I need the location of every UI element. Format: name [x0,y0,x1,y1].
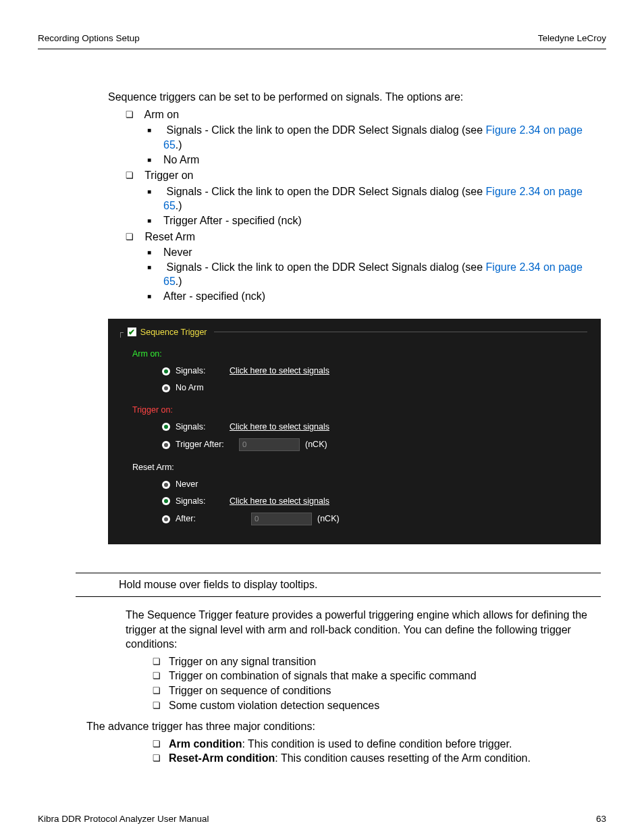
arm-noarm-label: No Arm [176,382,224,394]
arm-on-label: Arm on: [132,348,587,360]
trigger-on-label: Trigger on: [132,405,587,416]
advance-conditions: Arm condition: This condition is used to… [135,737,601,766]
group-line [214,332,587,332]
trg-after-unit: (nCK) [305,439,327,450]
arm-on-title: Arm on [144,109,180,120]
trg-after-radio[interactable] [162,441,170,449]
trg-after-label: Trigger After: [176,439,234,450]
description: The Sequence Trigger feature provides a … [126,608,601,652]
page-header: Recording Options Setup Teledyne LeCroy [38,32,606,49]
rst-signals-label: Signals: [176,496,224,507]
corner-icon: ┌ [117,327,124,338]
reset-arm-title: Reset Arm [144,231,195,242]
advance-intro: The advance trigger has three major cond… [86,719,601,734]
reset-after: After - specified (nck) [163,290,265,302]
rst-signals-pre: Signals - Click the link to open the DDR… [166,261,485,273]
trigger-conditions: Trigger on any signal transition Trigger… [135,654,601,712]
rst-signals-link-ui[interactable]: Click here to select signals [230,496,329,507]
trg-after-input[interactable]: 0 [239,438,300,452]
trg-signals-label: Signals: [176,421,224,433]
header-left: Recording Options Setup [38,32,140,45]
cond-2: Trigger on combination of signals that m… [169,670,477,681]
reset-arm-label: Reset Arm: [132,462,587,473]
options-list: Arm on Signals - Click the link to open … [108,107,601,304]
rst-signals-radio[interactable] [162,497,170,505]
reset-never: Never [163,246,192,258]
page-footer: Kibra DDR Protocol Analyzer User Manual … [38,813,606,825]
rst-after-radio[interactable] [162,515,170,523]
arm-cond-label: Arm condition [169,738,242,750]
rst-after-label: After: [176,513,224,525]
tooltip-hint: Hold mouse over fields to display toolti… [76,573,601,597]
arm-signals-link-ui[interactable]: Click here to select signals [230,365,329,377]
arm-signals-post: .) [176,139,182,151]
arm-signals-pre: Signals - Click the link to open the DDR… [166,124,485,136]
rst-never-label: Never [176,479,224,490]
rst-after-unit: (nCK) [317,513,340,525]
arm-noarm: No Arm [163,154,199,165]
trigger-on-title: Trigger on [144,170,193,181]
cond-4: Some custom violation detection sequence… [169,700,379,711]
trg-signals-link-ui[interactable]: Click here to select signals [230,421,329,433]
arm-noarm-radio[interactable] [162,384,170,392]
trg-signals-pre: Signals - Click the link to open the DDR… [166,186,485,197]
sequence-trigger-checkbox[interactable]: ✔ [128,328,136,336]
cond-3: Trigger on sequence of conditions [169,685,331,696]
arm-signals-label: Signals: [176,365,224,377]
rst-after-input[interactable]: 0 [251,513,312,526]
reset-cond-text: : This condition causes resetting of the… [275,752,531,764]
trg-signals-radio[interactable] [162,423,170,431]
footer-right: 63 [596,813,606,825]
rst-never-radio[interactable] [162,481,170,489]
intro-text: Sequence triggers can be set to be perfo… [108,90,601,105]
cond-1: Trigger on any signal transition [169,656,316,667]
header-right: Teledyne LeCroy [538,32,606,45]
sequence-trigger-panel: ┌ ✔ Sequence Trigger Arm on: Signals: Cl… [108,319,601,545]
trg-after: Trigger After - specified (nck) [163,215,302,226]
reset-cond-label: Reset-Arm condition [169,752,275,764]
footer-left: Kibra DDR Protocol Analyzer User Manual [38,813,209,825]
rst-signals-post: .) [176,276,182,287]
trg-signals-post: .) [176,200,182,211]
arm-signals-radio[interactable] [162,367,170,375]
group-title: Sequence Trigger [140,327,207,338]
arm-cond-text: : This condition is used to define condi… [242,738,512,750]
body-content: Sequence triggers can be set to be perfo… [108,90,601,766]
